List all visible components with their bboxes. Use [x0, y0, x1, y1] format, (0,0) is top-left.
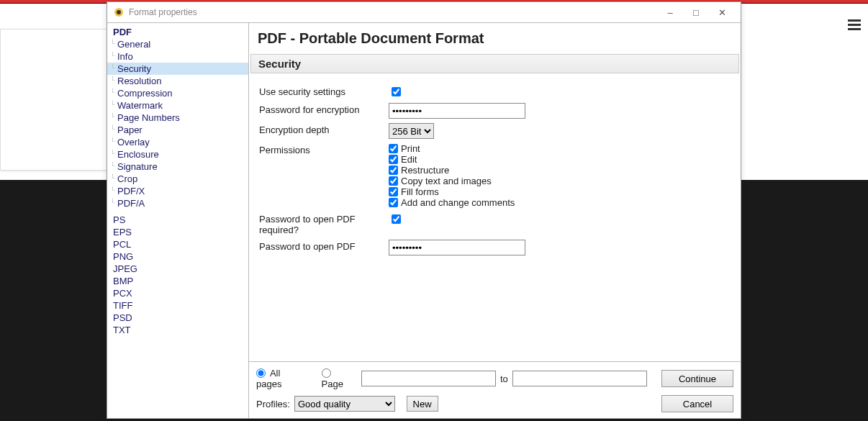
- permission-restructure[interactable]: Restructure: [389, 165, 731, 176]
- label-password-open-required: Password to open PDF required?: [259, 212, 389, 235]
- title-bar: Format properties – □ ✕: [107, 2, 741, 22]
- sidebar-group-pdf[interactable]: PDF: [107, 26, 248, 38]
- sidebar-group-pcx[interactable]: PCX: [107, 287, 248, 299]
- sidebar-group-ps[interactable]: PS: [107, 214, 248, 226]
- label-password-open: Password to open PDF: [259, 240, 389, 252]
- label-permissions: Permissions: [259, 143, 389, 155]
- use-security-checkbox[interactable]: [392, 87, 401, 96]
- sidebar-group-jpeg[interactable]: JPEG: [107, 263, 248, 275]
- svg-point-1: [117, 10, 121, 14]
- format-properties-dialog: Format properties – □ ✕ PDF General Info…: [107, 1, 741, 419]
- permission-edit[interactable]: Edit: [389, 154, 731, 165]
- restructure-checkbox[interactable]: [389, 166, 398, 175]
- edit-checkbox[interactable]: [389, 155, 398, 164]
- page-to-label: to: [500, 374, 508, 384]
- sidebar-item-compression[interactable]: Compression: [107, 87, 248, 99]
- sidebar-item-security[interactable]: Security: [107, 63, 248, 75]
- password-open-required-checkbox[interactable]: [392, 214, 401, 224]
- permission-print[interactable]: Print: [389, 143, 731, 154]
- sidebar-item-overlay[interactable]: Overlay: [107, 136, 248, 148]
- format-sidebar: PDF General Info Security Resolution Com…: [107, 23, 249, 418]
- permission-comments[interactable]: Add and change comments: [389, 197, 731, 208]
- fill-forms-checkbox[interactable]: [389, 187, 398, 196]
- sidebar-item-crop[interactable]: Crop: [107, 173, 248, 185]
- profiles-select[interactable]: Good quality: [294, 396, 395, 412]
- all-pages-radio-label[interactable]: All pages: [256, 368, 307, 389]
- page-to-input[interactable]: [512, 371, 647, 386]
- page-title: PDF - Portable Document Format: [249, 23, 741, 54]
- hamburger-icon[interactable]: [848, 17, 861, 32]
- minimize-button[interactable]: –: [657, 3, 683, 22]
- sidebar-group-png[interactable]: PNG: [107, 250, 248, 263]
- dialog-footer: All pages Page to Continue: [249, 361, 741, 395]
- profiles-label: Profiles:: [256, 399, 290, 409]
- sidebar-group-bmp[interactable]: BMP: [107, 275, 248, 287]
- sidebar-item-pdfa[interactable]: PDF/A: [107, 197, 248, 209]
- sidebar-group-tiff[interactable]: TIFF: [107, 299, 248, 312]
- page-range-radio[interactable]: [322, 368, 331, 378]
- continue-button[interactable]: Continue: [661, 370, 733, 387]
- page-range-radio-label[interactable]: Page: [322, 368, 357, 389]
- label-password-encryption: Password for encryption: [259, 103, 389, 115]
- sidebar-item-paper[interactable]: Paper: [107, 124, 248, 136]
- app-icon: [113, 6, 125, 18]
- permission-copy[interactable]: Copy text and images: [389, 176, 731, 186]
- maximize-button[interactable]: □: [683, 3, 709, 22]
- new-profile-button[interactable]: New: [407, 396, 438, 412]
- sidebar-item-info[interactable]: Info: [107, 50, 248, 63]
- print-checkbox[interactable]: [389, 144, 398, 153]
- sidebar-item-general[interactable]: General: [107, 38, 248, 50]
- sidebar-item-page-numbers[interactable]: Page Numbers: [107, 112, 248, 124]
- close-button[interactable]: ✕: [709, 3, 735, 22]
- sidebar-group-psd[interactable]: PSD: [107, 312, 248, 324]
- sidebar-item-watermark[interactable]: Watermark: [107, 99, 248, 112]
- sidebar-group-eps[interactable]: EPS: [107, 226, 248, 238]
- copy-checkbox[interactable]: [389, 176, 398, 186]
- comments-checkbox[interactable]: [389, 198, 398, 207]
- label-encryption-depth: Encryption depth: [259, 123, 389, 135]
- permission-fill-forms[interactable]: Fill forms: [389, 186, 731, 197]
- window-title: Format properties: [129, 7, 197, 17]
- cancel-button[interactable]: Cancel: [661, 395, 733, 412]
- sidebar-item-resolution[interactable]: Resolution: [107, 75, 248, 87]
- sidebar-group-txt[interactable]: TXT: [107, 324, 248, 336]
- password-open-input[interactable]: [389, 240, 525, 255]
- all-pages-radio[interactable]: [256, 368, 266, 378]
- sidebar-group-pcl[interactable]: PCL: [107, 238, 248, 250]
- sidebar-item-signature[interactable]: Signature: [107, 160, 248, 173]
- sidebar-item-pdfx[interactable]: PDF/X: [107, 185, 248, 197]
- page-from-input[interactable]: [361, 371, 496, 386]
- section-header: Security: [250, 54, 739, 73]
- encryption-depth-select[interactable]: 256 Bit: [389, 123, 434, 139]
- label-use-security: Use security settings: [259, 85, 389, 97]
- sidebar-item-enclosure[interactable]: Enclosure: [107, 148, 248, 160]
- password-encryption-input[interactable]: [389, 103, 525, 119]
